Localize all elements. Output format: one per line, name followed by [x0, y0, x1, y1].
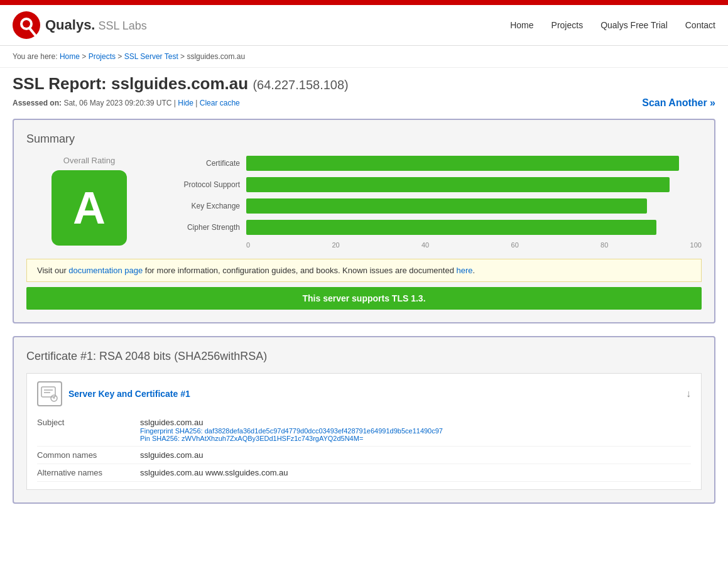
chart-bar-container-certificate [246, 156, 702, 171]
here-link[interactable]: here [457, 266, 473, 275]
breadcrumb-home[interactable]: Home [60, 52, 80, 61]
certificate-title: Certificate #1: RSA 2048 bits (SHA256wit… [26, 350, 702, 363]
cert-section-header: Server Key and Certificate #1 ↓ [37, 381, 691, 406]
chart-bar-cipher [246, 220, 656, 235]
assessed-row: Assessed on: Sat, 06 May 2023 09:20:39 U… [13, 97, 715, 109]
breadcrumb: You are here: Home > Projects > SSL Serv… [0, 46, 728, 68]
axis-20: 20 [332, 241, 339, 249]
assessed-info: Assessed on: Sat, 06 May 2023 09:20:39 U… [13, 99, 240, 107]
rating-area: Overall Rating A [26, 156, 152, 246]
axis-80: 80 [600, 241, 608, 249]
chart-bar-protocol [246, 177, 670, 192]
certificate-box: Certificate #1: RSA 2048 bits (SHA256wit… [13, 336, 715, 504]
tls-box: This server supports TLS 1.3. [26, 287, 702, 310]
cert-section-title-link[interactable]: Server Key and Certificate #1 [68, 389, 190, 399]
hide-link[interactable]: Hide [178, 99, 193, 107]
nav-home[interactable]: Home [510, 20, 533, 30]
top-red-bar [0, 0, 728, 5]
logo-area: Qualys. SSL Labs [13, 11, 147, 39]
chart-bar-key-exchange [246, 198, 647, 214]
common-names-value: sslguides.com.au [138, 447, 691, 464]
site-header: Qualys. SSL Labs Home Projects Qualys Fr… [0, 5, 728, 46]
nav-projects[interactable]: Projects [551, 20, 584, 30]
summary-box: Summary Overall Rating A Certificate Pro… [13, 119, 715, 323]
breadcrumb-ssl-server-test[interactable]: SSL Server Test [124, 52, 178, 61]
nav-free-trial[interactable]: Qualys Free Trial [600, 20, 668, 30]
documentation-page-link[interactable]: documentation page [68, 266, 143, 275]
axis-60: 60 [511, 241, 519, 249]
pin-value: Pin SHA256: zWVhAtXhzuh7ZxAQBy3EDd1HSFz1… [140, 435, 688, 442]
logo-text: Qualys. SSL Labs [45, 17, 147, 33]
info-box: Visit our documentation page for more in… [26, 259, 702, 282]
table-row: Subject sslguides.com.au Fingerprint SHA… [37, 414, 691, 447]
scan-another-link[interactable]: Scan Another » [642, 97, 715, 109]
chart-bar-container-protocol [246, 177, 702, 192]
alt-names-label: Alternative names [37, 464, 138, 482]
fingerprint-value: Fingerprint SHA256: daf3828defa36d1de5c9… [140, 427, 688, 435]
subject-value: sslguides.com.au Fingerprint SHA256: daf… [138, 414, 691, 447]
chart-row-key-exchange: Key Exchange [171, 198, 702, 214]
download-icon[interactable]: ↓ [686, 388, 691, 399]
common-names-label: Common names [37, 447, 138, 464]
report-title: SSL Report: sslguides.com.au (64.227.158… [13, 74, 715, 94]
summary-content: Overall Rating A Certificate Protocol Su… [26, 156, 702, 249]
nav-contact[interactable]: Contact [685, 20, 715, 30]
axis-0: 0 [246, 241, 250, 249]
chart-label-protocol: Protocol Support [171, 180, 246, 189]
grade-box: A [52, 170, 127, 246]
chart-area: Certificate Protocol Support Key Exchang… [171, 156, 702, 249]
svg-point-9 [53, 398, 55, 399]
breadcrumb-projects[interactable]: Projects [89, 52, 116, 61]
chart-bar-certificate [246, 156, 679, 171]
breadcrumb-current: sslguides.com.au [187, 52, 245, 61]
subject-label: Subject [37, 414, 138, 447]
certificate-icon [37, 381, 62, 406]
grade-letter: A [73, 185, 106, 231]
chart-bar-container-key-exchange [246, 198, 702, 214]
cert-section: Server Key and Certificate #1 ↓ Subject … [26, 373, 702, 490]
main-content: SSL Report: sslguides.com.au (64.227.158… [0, 68, 728, 529]
chart-bar-container-cipher [246, 220, 702, 235]
alt-names-value: sslguides.com.au www.sslguides.com.au [138, 464, 691, 482]
chart-row-protocol: Protocol Support [171, 177, 702, 192]
overall-rating-label: Overall Rating [63, 156, 115, 165]
svg-point-2 [23, 20, 30, 28]
table-row: Common names sslguides.com.au [37, 447, 691, 464]
cert-table: Subject sslguides.com.au Fingerprint SHA… [37, 414, 691, 482]
chart-row-cipher: Cipher Strength [171, 220, 702, 235]
table-row: Alternative names sslguides.com.au www.s… [37, 464, 691, 482]
axis-40: 40 [421, 241, 429, 249]
chart-label-key-exchange: Key Exchange [171, 202, 246, 210]
main-nav: Home Projects Qualys Free Trial Contact [510, 20, 715, 30]
clear-cache-link[interactable]: Clear cache [200, 99, 240, 107]
chart-label-cipher: Cipher Strength [171, 223, 246, 232]
qualys-logo-icon [13, 11, 40, 39]
chart-label-certificate: Certificate [171, 159, 246, 168]
axis-100: 100 [690, 241, 702, 249]
chart-row-certificate: Certificate [171, 156, 702, 171]
summary-title: Summary [26, 133, 702, 146]
chart-axis: 0 20 40 60 80 100 [171, 241, 702, 249]
cert-section-title-area: Server Key and Certificate #1 [37, 381, 190, 406]
cert-svg-icon [40, 384, 59, 403]
